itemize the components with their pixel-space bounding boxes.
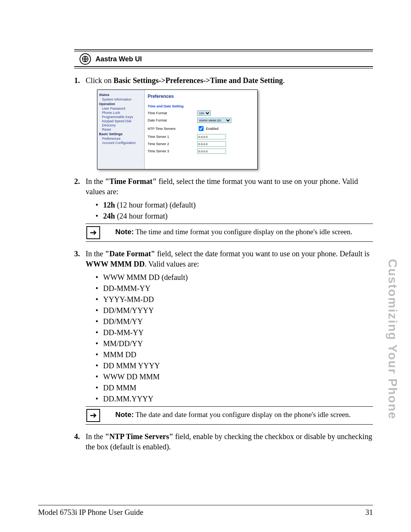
t: In the <box>86 177 105 185</box>
step-3-num: 3. <box>74 249 86 269</box>
lbl-ts1: Time Server 1 <box>148 135 197 139</box>
rule <box>86 241 373 242</box>
t: "Time Format" <box>105 177 157 185</box>
list-item: •DD/MM/YYYY <box>96 306 373 315</box>
note-label: Note: <box>115 228 134 236</box>
input-ts2[interactable] <box>197 141 226 147</box>
step-1-bold: Basic Settings->Preferences->Time and Da… <box>113 76 283 85</box>
webui-sidebar: Status System Information Operation User… <box>97 90 145 169</box>
list-item: •MM/DD/YY <box>96 339 373 348</box>
t: field, select the date format you want t… <box>155 249 370 258</box>
rule <box>86 424 373 425</box>
t: 12h <box>103 201 115 209</box>
step-1: 1. Click on Basic Settings->Preferences-… <box>74 75 373 86</box>
side-section-title: Customizing Your Phone <box>386 259 400 419</box>
step-2-options: •12h (12 hour format) (default) •24h (24… <box>96 201 373 220</box>
t: "Date Format" <box>105 249 155 258</box>
checkbox-ntp[interactable] <box>199 126 204 131</box>
list-item: •DD-MMM-YY <box>96 284 373 293</box>
lbl-ntp: NTP Time Servers <box>148 127 197 131</box>
list-item: •12h (12 hour format) (default) <box>96 201 373 209</box>
footer: Model 6753i IP Phone User Guide 31 <box>38 508 373 517</box>
webui-subheading: Time and Date Setting <box>148 104 254 108</box>
t: The time and time format you configure d… <box>134 228 352 236</box>
t: "NTP Time Servers" <box>105 432 173 441</box>
input-ts3[interactable] <box>197 149 226 154</box>
list-item: •WWW DD MMM <box>96 372 373 381</box>
step-1-num: 1. <box>74 75 86 86</box>
list-item: •DD.MM.YYYY <box>96 395 373 403</box>
list-item: •DD/MM/YY <box>96 317 373 326</box>
globe-icon <box>80 53 91 65</box>
list-item: •DD MMM YYYY <box>96 361 373 370</box>
list-item: •DD MMM <box>96 383 373 392</box>
row-ts1: Time Server 1 <box>148 134 254 139</box>
side-sec-basic: Basic Settings <box>99 132 143 136</box>
side-item[interactable]: Keypad Speed Dial <box>102 119 143 123</box>
note-2-text: Note: The date and date format you confi… <box>115 409 350 420</box>
step-4-num: 4. <box>74 431 86 452</box>
list-item: •WWW MMM DD (default) <box>96 273 373 282</box>
side-item[interactable]: Phone Lock <box>102 111 143 115</box>
t: In the <box>86 249 105 258</box>
step-2-body: In the "Time Format" field, select the t… <box>86 176 373 197</box>
arrow-right-icon: ➔ <box>86 226 100 239</box>
list-item: •YYYY-MM-DD <box>96 295 373 304</box>
side-sec-operation: Operation <box>99 102 143 106</box>
t: WWW MMM DD <box>86 260 145 268</box>
footer-page-number: 31 <box>365 508 373 517</box>
select-time-format[interactable]: 12h <box>197 110 211 116</box>
step-2-num: 2. <box>74 176 86 197</box>
step-3: 3. In the "Date Format" field, select th… <box>74 249 373 269</box>
side-item[interactable]: Preferences <box>102 137 143 141</box>
row-time-format: Time Format 12h <box>148 110 254 116</box>
select-date-format[interactable]: WWW MMM DD <box>197 118 231 123</box>
lbl-date-format: Date Format <box>148 118 197 122</box>
arrow-right-icon: ➔ <box>86 409 100 422</box>
rule <box>86 406 373 407</box>
step-1-pre: Click on <box>86 76 113 85</box>
t: The date and date format you configure d… <box>134 411 351 419</box>
side-item[interactable]: User Password <box>102 107 143 110</box>
t: . Valid values are: <box>145 260 199 268</box>
lbl-ts3: Time Server 3 <box>148 149 197 153</box>
webui-heading: Preferences <box>148 94 254 99</box>
step-4: 4. In the "NTP Time Servers" field, enab… <box>74 431 373 452</box>
webui-screenshot: Status System Information Operation User… <box>97 89 258 169</box>
banner-bottom-rule <box>74 66 373 69</box>
banner: Aastra Web UI <box>74 52 373 66</box>
list-item: •24h (24 hour format) <box>96 212 373 220</box>
side-sec-status: Status <box>99 93 143 97</box>
step-3-options: •WWW MMM DD (default)•DD-MMM-YY•YYYY-MM-… <box>96 273 373 403</box>
side-item[interactable]: Reset <box>102 128 143 131</box>
side-item[interactable]: Account Configuration <box>102 141 143 145</box>
step-2: 2. In the "Time Format" field, select th… <box>74 176 373 197</box>
t: (12 hour format) (default) <box>115 201 196 209</box>
step-1-body: Click on Basic Settings->Preferences->Ti… <box>86 75 373 86</box>
t: In the <box>86 432 105 441</box>
footer-left: Model 6753i IP Phone User Guide <box>38 508 143 517</box>
step-1-post: . <box>283 76 285 85</box>
input-ts1[interactable] <box>197 134 226 139</box>
row-ntp: NTP Time Servers Enabled <box>148 125 254 132</box>
side-item[interactable]: Directory <box>102 123 143 127</box>
webui-main: Preferences Time and Date Setting Time F… <box>145 90 257 169</box>
note-1: ➔ Note: The time and time format you con… <box>86 224 373 242</box>
banner-title: Aastra Web UI <box>96 55 142 63</box>
list-item: •DD-MM-YY <box>96 328 373 337</box>
side-item[interactable]: Programmable Keys <box>102 115 143 119</box>
note-label: Note: <box>115 411 134 419</box>
row-date-format: Date Format WWW MMM DD <box>148 118 254 123</box>
rule <box>86 224 373 224</box>
ntp-enabled-text: Enabled <box>206 127 218 131</box>
row-ts3: Time Server 3 <box>148 149 254 154</box>
step-4-body: In the "NTP Time Servers" field, enable … <box>86 431 373 452</box>
lbl-ts2: Time Server 2 <box>148 142 197 146</box>
t: (24 hour format) <box>115 212 167 220</box>
side-item[interactable]: System Information <box>102 97 143 101</box>
row-ts2: Time Server 2 <box>148 141 254 147</box>
note-1-text: Note: The time and time format you confi… <box>115 226 352 237</box>
t: 24h <box>103 212 115 220</box>
footer-rule <box>38 505 373 505</box>
lbl-time-format: Time Format <box>148 111 197 115</box>
